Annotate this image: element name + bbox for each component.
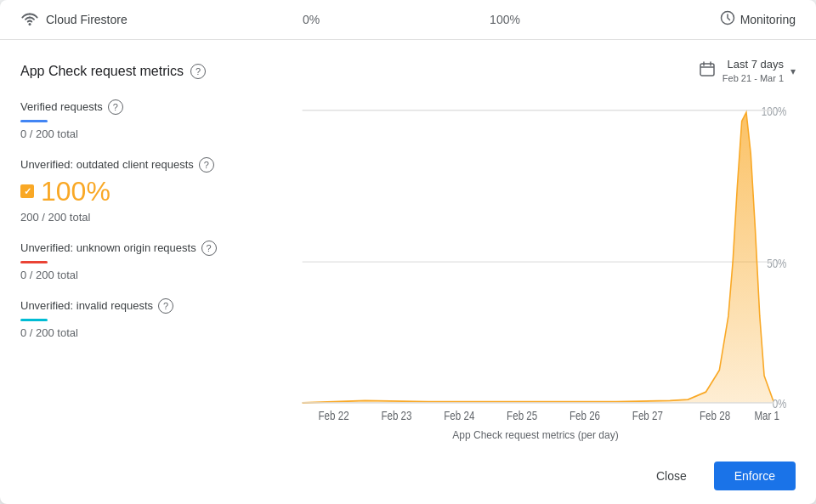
monitoring-label: Monitoring bbox=[740, 13, 796, 26]
section-title-text: App Check request metrics bbox=[20, 64, 184, 79]
service-name: Cloud Firestore bbox=[46, 13, 128, 26]
pct-0-label: 0% bbox=[214, 13, 408, 26]
dialog: Cloud Firestore 0% 100% Monitoring App C… bbox=[0, 0, 816, 504]
help-icon-invalid[interactable]: ? bbox=[158, 298, 173, 314]
checkmark-icon: ✓ bbox=[24, 186, 31, 197]
chevron-down-icon: ▾ bbox=[790, 65, 796, 77]
date-range-selector[interactable]: Last 7 days Feb 21 - Mar 1 ▾ bbox=[699, 57, 796, 86]
metric-unverified-outdated: Unverified: outdated client requests ? ✓… bbox=[20, 157, 262, 224]
svg-text:Mar 1: Mar 1 bbox=[754, 409, 779, 422]
metric-invalid-line bbox=[20, 319, 48, 321]
svg-text:Feb 22: Feb 22 bbox=[319, 409, 349, 422]
clock-icon bbox=[720, 10, 735, 29]
service-label: Cloud Firestore bbox=[20, 12, 214, 27]
metric-outdated-value: 200 / 200 total bbox=[20, 211, 262, 224]
chart-x-label: App Check request metrics (per day) bbox=[275, 424, 796, 448]
chart-svg: 100% 50% 0% bbox=[275, 99, 796, 424]
svg-text:100%: 100% bbox=[762, 105, 787, 118]
top-bar: Cloud Firestore 0% 100% Monitoring bbox=[0, 0, 816, 40]
monitoring-section: Monitoring bbox=[602, 10, 796, 29]
help-icon-outdated[interactable]: ? bbox=[199, 157, 214, 173]
svg-text:Feb 28: Feb 28 bbox=[700, 409, 730, 422]
metric-outdated-big: ✓ 100% bbox=[20, 176, 262, 207]
svg-text:Feb 25: Feb 25 bbox=[507, 409, 537, 422]
enforce-button[interactable]: Enforce bbox=[714, 462, 796, 490]
help-icon-unknown[interactable]: ? bbox=[201, 241, 217, 256]
date-range-sub: Feb 21 - Mar 1 bbox=[722, 72, 784, 85]
svg-text:Feb 23: Feb 23 bbox=[381, 409, 411, 422]
metrics-column: Verified requests ? 0 / 200 total Unveri… bbox=[20, 99, 275, 448]
svg-text:Feb 27: Feb 27 bbox=[632, 409, 663, 422]
metric-unknown-value: 0 / 200 total bbox=[20, 269, 262, 281]
section-header: App Check request metrics ? Last 7 days … bbox=[20, 57, 796, 86]
metric-verified-line bbox=[20, 120, 48, 122]
svg-text:Feb 26: Feb 26 bbox=[570, 409, 600, 422]
metric-invalid-title: Unverified: invalid requests ? bbox=[20, 298, 262, 314]
date-range-label: Last 7 days bbox=[728, 57, 785, 72]
date-range-text: Last 7 days Feb 21 - Mar 1 bbox=[722, 57, 784, 86]
metric-verified-value: 0 / 200 total bbox=[20, 127, 262, 140]
metric-outdated-title: Unverified: outdated client requests ? bbox=[20, 157, 262, 173]
svg-point-0 bbox=[29, 23, 31, 25]
dialog-footer: Close Enforce bbox=[0, 448, 816, 504]
svg-text:Feb 24: Feb 24 bbox=[444, 409, 474, 422]
main-content: App Check request metrics ? Last 7 days … bbox=[0, 40, 816, 448]
chart-area: 100% 50% 0% bbox=[275, 99, 796, 424]
metric-verified-title: Verified requests ? bbox=[20, 99, 262, 115]
section-title-group: App Check request metrics ? bbox=[20, 64, 206, 79]
chart-column: 100% 50% 0% bbox=[275, 99, 796, 448]
svg-rect-2 bbox=[700, 64, 714, 76]
two-col-layout: Verified requests ? 0 / 200 total Unveri… bbox=[20, 99, 796, 448]
metric-unknown-line bbox=[20, 261, 48, 263]
metric-unverified-invalid: Unverified: invalid requests ? 0 / 200 t… bbox=[20, 298, 262, 339]
metric-invalid-value: 0 / 200 total bbox=[20, 326, 262, 339]
chart-area-fill bbox=[303, 112, 774, 403]
svg-text:50%: 50% bbox=[767, 256, 786, 269]
metric-unknown-title: Unverified: unknown origin requests ? bbox=[20, 241, 262, 256]
big-percent-text: 100% bbox=[41, 176, 110, 207]
chart-line bbox=[303, 112, 774, 403]
help-icon-verified[interactable]: ? bbox=[108, 99, 123, 115]
close-button[interactable]: Close bbox=[639, 462, 704, 490]
help-icon[interactable]: ? bbox=[190, 64, 206, 79]
calendar-icon bbox=[699, 60, 716, 82]
firestore-icon bbox=[20, 12, 39, 27]
checkbox-orange: ✓ bbox=[20, 184, 34, 198]
pct-100-label: 100% bbox=[408, 13, 602, 26]
metric-unverified-unknown: Unverified: unknown origin requests ? 0 … bbox=[20, 241, 262, 281]
metric-verified: Verified requests ? 0 / 200 total bbox=[20, 99, 262, 140]
